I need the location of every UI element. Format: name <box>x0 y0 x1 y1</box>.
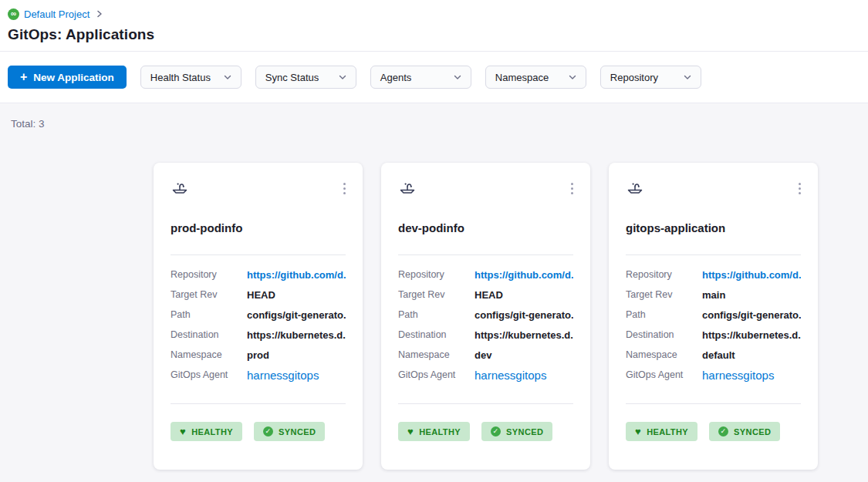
breadcrumb-chevron-icon <box>96 10 103 18</box>
health-status-label: HEALTHY <box>647 427 688 436</box>
filter-label: Agents <box>380 72 411 83</box>
gitops-agent-link[interactable]: harnessgitops <box>702 369 801 382</box>
target-rev-value: HEAD <box>475 289 573 301</box>
new-application-button[interactable]: + New Application <box>8 66 127 89</box>
repository-link[interactable]: https://github.com/d... <box>702 269 801 281</box>
sync-status-badge: ✓ SYNCED <box>254 422 325 441</box>
divider <box>626 403 801 404</box>
health-status-badge: ♥ HEALTHY <box>398 422 470 441</box>
application-cards: prod-podinfo Repository https://github.c… <box>154 163 868 470</box>
field-label: Namespace <box>171 349 247 360</box>
target-rev-value: main <box>702 289 801 301</box>
filter-health-status[interactable]: Health Status <box>140 66 241 89</box>
field-label: Destination <box>626 329 702 340</box>
field-label: Destination <box>398 329 475 340</box>
field-label: GitOps Agent <box>398 369 475 380</box>
target-rev-value: HEAD <box>247 289 346 301</box>
sync-status-label: SYNCED <box>279 427 316 436</box>
divider <box>171 403 346 404</box>
health-status-label: HEALTHY <box>419 427 461 436</box>
gitops-agent-link[interactable]: harnessgitops <box>475 369 573 382</box>
card-menu-button[interactable] <box>339 180 350 197</box>
field-label: Target Rev <box>626 289 702 300</box>
check-circle-icon: ✓ <box>718 426 728 436</box>
chevron-down-icon <box>454 75 461 80</box>
filter-label: Health Status <box>150 72 211 83</box>
field-label: Target Rev <box>398 289 475 300</box>
path-value: configs/git-generato... <box>247 309 346 321</box>
application-name[interactable]: prod-podinfo <box>171 221 346 234</box>
application-details: Repository https://github.com/d... Targe… <box>171 265 346 385</box>
field-label: Namespace <box>626 349 702 360</box>
breadcrumb: ∞ Default Project <box>8 7 868 21</box>
heart-icon: ♥ <box>635 426 641 436</box>
project-icon: ∞ <box>8 8 19 20</box>
chevron-down-icon <box>224 75 231 80</box>
field-label: Path <box>626 309 702 320</box>
heart-icon: ♥ <box>180 426 186 436</box>
chevron-down-icon <box>339 75 346 80</box>
chevron-down-icon <box>684 75 691 80</box>
field-label: Repository <box>171 269 247 280</box>
field-label: GitOps Agent <box>626 369 702 380</box>
application-card[interactable]: prod-podinfo Repository https://github.c… <box>154 163 363 470</box>
application-name[interactable]: gitops-application <box>626 221 801 234</box>
field-label: Destination <box>171 329 247 340</box>
page-header: ∞ Default Project GitOps: Applications <box>0 0 868 52</box>
divider <box>171 254 346 255</box>
check-circle-icon: ✓ <box>263 426 273 436</box>
path-value: configs/git-generato... <box>702 309 801 321</box>
new-application-label: New Application <box>33 72 114 83</box>
total-count: Total: 3 <box>0 103 868 130</box>
destination-value: https://kubernetes.d... <box>475 329 573 341</box>
card-menu-button[interactable] <box>566 180 578 197</box>
field-label: Namespace <box>398 349 475 360</box>
health-status-badge: ♥ HEALTHY <box>171 422 242 441</box>
filter-label: Repository <box>610 72 658 83</box>
health-status-label: HEALTHY <box>191 427 233 436</box>
gitops-agent-link[interactable]: harnessgitops <box>247 369 346 382</box>
card-menu-button[interactable] <box>794 180 806 197</box>
filter-sync-status[interactable]: Sync Status <box>255 66 356 89</box>
breadcrumb-project-link[interactable]: Default Project <box>24 8 90 20</box>
field-label: Path <box>171 309 247 320</box>
application-card[interactable]: dev-podinfo Repository https://github.co… <box>381 163 590 470</box>
divider <box>398 403 573 404</box>
field-label: Repository <box>626 269 702 280</box>
heart-icon: ♥ <box>407 426 414 436</box>
sync-status-badge: ✓ SYNCED <box>481 422 552 441</box>
gitops-app-icon <box>171 180 189 198</box>
health-status-badge: ♥ HEALTHY <box>626 422 697 441</box>
path-value: configs/git-generato... <box>475 309 573 321</box>
repository-link[interactable]: https://github.com/d... <box>247 269 346 281</box>
sync-status-badge: ✓ SYNCED <box>709 422 780 441</box>
namespace-value: prod <box>247 349 346 361</box>
plus-icon: + <box>20 71 27 83</box>
gitops-app-icon <box>626 180 644 198</box>
repository-link[interactable]: https://github.com/d... <box>475 269 573 281</box>
namespace-value: default <box>702 349 801 361</box>
gitops-app-icon <box>398 180 417 198</box>
sync-status-label: SYNCED <box>734 427 771 436</box>
filter-label: Namespace <box>495 72 549 83</box>
filter-agents[interactable]: Agents <box>370 66 471 89</box>
destination-value: https://kubernetes.d... <box>247 329 346 341</box>
field-label: GitOps Agent <box>171 369 247 380</box>
chevron-down-icon <box>569 75 576 80</box>
sync-status-label: SYNCED <box>506 427 543 436</box>
application-details: Repository https://github.com/d... Targe… <box>398 265 573 385</box>
divider <box>398 254 573 255</box>
filter-label: Sync Status <box>265 72 319 83</box>
field-label: Path <box>398 309 475 320</box>
application-name[interactable]: dev-podinfo <box>398 221 573 234</box>
filter-namespace[interactable]: Namespace <box>485 66 586 89</box>
page-title: GitOps: Applications <box>8 26 868 43</box>
filter-repository[interactable]: Repository <box>600 66 701 89</box>
toolbar: + New Application Health Status Sync Sta… <box>0 52 868 103</box>
divider <box>626 254 801 255</box>
application-details: Repository https://github.com/d... Targe… <box>626 265 801 385</box>
infinity-icon: ∞ <box>11 10 16 18</box>
destination-value: https://kubernetes.d... <box>702 329 801 341</box>
application-card[interactable]: gitops-application Repository https://gi… <box>609 163 818 470</box>
namespace-value: dev <box>475 349 573 361</box>
